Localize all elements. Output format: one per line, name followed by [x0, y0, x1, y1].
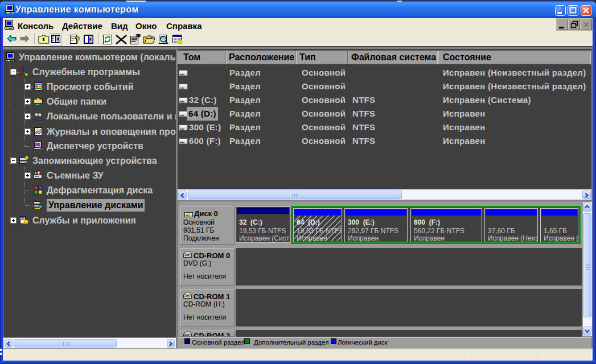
svg-text:?: ? [75, 35, 80, 45]
